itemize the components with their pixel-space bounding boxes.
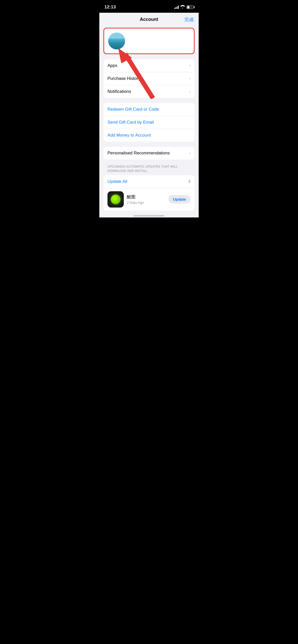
app-icon-inner (111, 195, 120, 204)
app-date: 2 Days Ago (127, 201, 165, 204)
avatar-container (108, 33, 125, 49)
avatar-image (108, 33, 125, 49)
app-info: 醒图 2 Days Ago (127, 194, 165, 204)
status-bar: 12:13 71 (99, 0, 199, 13)
menu-item-purchase-history[interactable]: Purchase History › (103, 72, 195, 85)
status-icons: 71 (174, 5, 194, 9)
purchase-history-chevron-icon: › (189, 76, 191, 81)
menu-item-redeem-gift-card[interactable]: Redeem Gift Card or Code (103, 103, 195, 116)
app-name: 醒图 (127, 194, 165, 200)
update-button[interactable]: Update (168, 195, 191, 203)
home-bar (134, 215, 164, 216)
menu-section-2: Redeem Gift Card or Code Send Gift Card … (103, 103, 195, 142)
add-money-label: Add Money to Account (107, 133, 151, 138)
main-content: Apps › Purchase History › Notifications … (99, 25, 199, 213)
done-button[interactable]: 完成 (184, 17, 194, 23)
status-time: 12:13 (104, 5, 116, 10)
home-indicator (99, 213, 199, 217)
send-gift-card-label: Send Gift Card by Email (107, 120, 154, 125)
recommendations-item[interactable]: Personalised Recommendations › (103, 147, 195, 159)
profile-row[interactable] (103, 28, 195, 54)
profile-card-section (103, 28, 195, 54)
apps-label: Apps (107, 63, 117, 68)
signal-icon (174, 5, 179, 9)
recommendations-label: Personalised Recommendations (107, 151, 170, 156)
update-all-label: Update All (107, 179, 127, 184)
menu-item-notifications[interactable]: Notifications › (103, 85, 195, 98)
page-title: Account (140, 17, 158, 22)
recommendations-chevron-icon: › (189, 151, 191, 155)
avatar[interactable] (108, 33, 125, 49)
menu-section-1: Apps › Purchase History › Notifications … (103, 59, 195, 98)
update-count: 4 (188, 179, 191, 184)
purchase-history-label: Purchase History (107, 76, 140, 81)
app-icon-xingtus (107, 191, 124, 208)
redeem-gift-card-label: Redeem Gift Card or Code (107, 107, 159, 112)
updates-section-header: UPCOMING AUTOMATIC UPDATES THAT WILLDOWN… (103, 165, 195, 175)
app-row-xingtus: 醒图 2 Days Ago Update (103, 188, 195, 211)
notifications-label: Notifications (107, 89, 131, 94)
header: Account 完成 (99, 13, 199, 25)
recommendations-section: Personalised Recommendations › (103, 147, 195, 159)
apps-chevron-icon: › (189, 63, 191, 68)
notifications-chevron-icon: › (189, 89, 191, 94)
menu-item-add-money[interactable]: Add Money to Account (103, 129, 195, 142)
phone-frame: 12:13 71 Account 完成 (99, 0, 199, 217)
battery-icon: 71 (186, 5, 194, 9)
update-all-row[interactable]: Update All 4 (103, 175, 195, 188)
update-section: Update All 4 醒图 2 Days Ago Update (103, 175, 195, 211)
wifi-icon (180, 5, 185, 9)
menu-item-send-gift-card[interactable]: Send Gift Card by Email (103, 116, 195, 129)
menu-item-apps[interactable]: Apps › (103, 59, 195, 72)
